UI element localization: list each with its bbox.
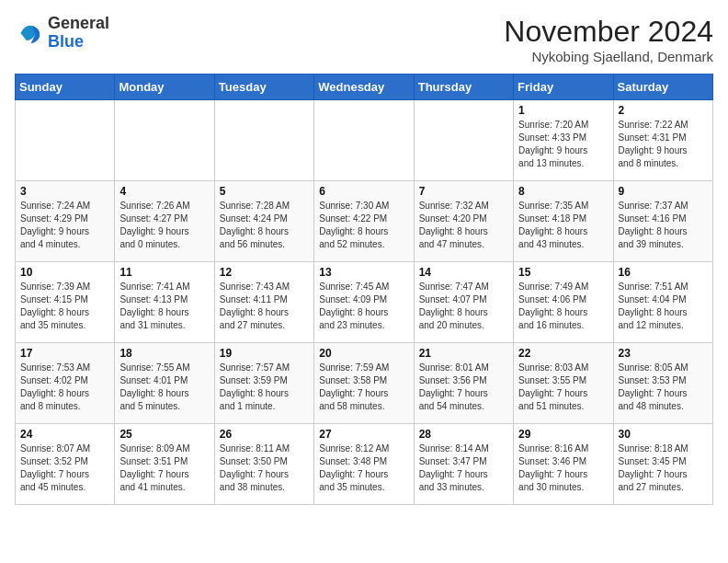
day-number: 26 xyxy=(220,428,309,441)
day-number: 21 xyxy=(419,347,508,360)
calendar-cell: 13Sunrise: 7:45 AM Sunset: 4:09 PM Dayli… xyxy=(314,262,414,343)
day-info: Sunrise: 7:24 AM Sunset: 4:29 PM Dayligh… xyxy=(20,200,109,251)
day-info: Sunrise: 8:18 AM Sunset: 3:45 PM Dayligh… xyxy=(619,442,708,494)
calendar-cell: 25Sunrise: 8:09 AM Sunset: 3:51 PM Dayli… xyxy=(115,424,214,505)
calendar-cell: 22Sunrise: 8:03 AM Sunset: 3:55 PM Dayli… xyxy=(514,343,613,424)
day-number: 23 xyxy=(619,347,708,360)
calendar-cell: 10Sunrise: 7:39 AM Sunset: 4:15 PM Dayli… xyxy=(16,262,115,343)
day-info: Sunrise: 8:16 AM Sunset: 3:46 PM Dayligh… xyxy=(518,442,608,494)
day-number: 17 xyxy=(20,347,109,360)
column-header-tuesday: Tuesday xyxy=(214,75,313,100)
day-info: Sunrise: 7:22 AM Sunset: 4:31 PM Dayligh… xyxy=(619,119,708,170)
day-number: 25 xyxy=(119,428,209,441)
calendar-cell: 14Sunrise: 7:47 AM Sunset: 4:07 PM Dayli… xyxy=(414,262,513,343)
calendar-cell: 20Sunrise: 7:59 AM Sunset: 3:58 PM Dayli… xyxy=(314,343,414,424)
day-number: 4 xyxy=(119,185,209,198)
day-info: Sunrise: 8:11 AM Sunset: 3:50 PM Dayligh… xyxy=(220,442,309,494)
calendar-cell: 6Sunrise: 7:30 AM Sunset: 4:22 PM Daylig… xyxy=(314,181,414,262)
calendar-cell: 30Sunrise: 8:18 AM Sunset: 3:45 PM Dayli… xyxy=(613,424,712,505)
day-number: 18 xyxy=(119,347,209,360)
day-number: 10 xyxy=(20,266,109,279)
column-header-monday: Monday xyxy=(115,75,214,100)
calendar-cell: 11Sunrise: 7:41 AM Sunset: 4:13 PM Dayli… xyxy=(115,262,214,343)
day-info: Sunrise: 7:55 AM Sunset: 4:01 PM Dayligh… xyxy=(119,362,209,413)
day-number: 12 xyxy=(220,266,309,279)
calendar-cell: 1Sunrise: 7:20 AM Sunset: 4:33 PM Daylig… xyxy=(514,100,613,181)
day-info: Sunrise: 7:49 AM Sunset: 4:06 PM Dayligh… xyxy=(518,281,608,332)
calendar-week-4: 17Sunrise: 7:53 AM Sunset: 4:02 PM Dayli… xyxy=(16,343,713,424)
day-number: 1 xyxy=(518,104,608,117)
day-number: 30 xyxy=(619,428,708,441)
calendar-cell xyxy=(115,100,214,181)
day-info: Sunrise: 7:51 AM Sunset: 4:04 PM Dayligh… xyxy=(619,281,708,332)
day-info: Sunrise: 7:26 AM Sunset: 4:27 PM Dayligh… xyxy=(119,200,209,251)
logo-icon xyxy=(15,18,44,48)
calendar-cell: 3Sunrise: 7:24 AM Sunset: 4:29 PM Daylig… xyxy=(16,181,115,262)
title-area: November 2024 Nykobing Sjaelland, Denmar… xyxy=(504,15,713,64)
day-number: 14 xyxy=(419,266,508,279)
day-info: Sunrise: 7:43 AM Sunset: 4:11 PM Dayligh… xyxy=(220,281,309,332)
day-number: 27 xyxy=(319,428,408,441)
day-number: 16 xyxy=(619,266,708,279)
column-header-friday: Friday xyxy=(514,75,613,100)
calendar-cell: 16Sunrise: 7:51 AM Sunset: 4:04 PM Dayli… xyxy=(613,262,712,343)
calendar-cell: 2Sunrise: 7:22 AM Sunset: 4:31 PM Daylig… xyxy=(613,100,712,181)
day-info: Sunrise: 7:45 AM Sunset: 4:09 PM Dayligh… xyxy=(319,281,408,332)
day-number: 20 xyxy=(319,347,408,360)
page-header: General Blue November 2024 Nykobing Sjae… xyxy=(15,15,713,64)
day-number: 2 xyxy=(619,104,708,117)
day-info: Sunrise: 7:53 AM Sunset: 4:02 PM Dayligh… xyxy=(20,362,109,413)
column-header-wednesday: Wednesday xyxy=(314,75,414,100)
day-number: 3 xyxy=(20,185,109,198)
calendar-cell: 8Sunrise: 7:35 AM Sunset: 4:18 PM Daylig… xyxy=(514,181,613,262)
calendar-week-2: 3Sunrise: 7:24 AM Sunset: 4:29 PM Daylig… xyxy=(16,181,713,262)
day-info: Sunrise: 7:32 AM Sunset: 4:20 PM Dayligh… xyxy=(419,200,508,251)
calendar-cell: 27Sunrise: 8:12 AM Sunset: 3:48 PM Dayli… xyxy=(314,424,414,505)
day-info: Sunrise: 7:28 AM Sunset: 4:24 PM Dayligh… xyxy=(220,200,309,251)
day-number: 5 xyxy=(220,185,309,198)
calendar-table: SundayMondayTuesdayWednesdayThursdayFrid… xyxy=(15,74,713,505)
calendar-cell: 4Sunrise: 7:26 AM Sunset: 4:27 PM Daylig… xyxy=(115,181,214,262)
day-number: 11 xyxy=(119,266,209,279)
day-info: Sunrise: 7:37 AM Sunset: 4:16 PM Dayligh… xyxy=(619,200,708,251)
day-number: 28 xyxy=(419,428,508,441)
day-info: Sunrise: 7:30 AM Sunset: 4:22 PM Dayligh… xyxy=(319,200,408,251)
location: Nykobing Sjaelland, Denmark xyxy=(504,49,713,64)
calendar-week-5: 24Sunrise: 8:07 AM Sunset: 3:52 PM Dayli… xyxy=(16,424,713,505)
calendar-cell: 9Sunrise: 7:37 AM Sunset: 4:16 PM Daylig… xyxy=(613,181,712,262)
day-number: 7 xyxy=(419,185,508,198)
logo-text: General Blue xyxy=(48,15,109,52)
day-info: Sunrise: 7:59 AM Sunset: 3:58 PM Dayligh… xyxy=(319,362,408,413)
day-info: Sunrise: 7:41 AM Sunset: 4:13 PM Dayligh… xyxy=(119,281,209,332)
day-info: Sunrise: 7:47 AM Sunset: 4:07 PM Dayligh… xyxy=(419,281,508,332)
calendar-cell: 18Sunrise: 7:55 AM Sunset: 4:01 PM Dayli… xyxy=(115,343,214,424)
day-info: Sunrise: 8:14 AM Sunset: 3:47 PM Dayligh… xyxy=(419,442,508,494)
day-number: 8 xyxy=(518,185,608,198)
calendar-cell: 15Sunrise: 7:49 AM Sunset: 4:06 PM Dayli… xyxy=(514,262,613,343)
calendar-cell: 21Sunrise: 8:01 AM Sunset: 3:56 PM Dayli… xyxy=(414,343,513,424)
calendar-cell: 12Sunrise: 7:43 AM Sunset: 4:11 PM Dayli… xyxy=(214,262,313,343)
calendar-cell xyxy=(414,100,513,181)
day-number: 9 xyxy=(619,185,708,198)
day-info: Sunrise: 8:09 AM Sunset: 3:51 PM Dayligh… xyxy=(119,442,209,494)
calendar-cell: 19Sunrise: 7:57 AM Sunset: 3:59 PM Dayli… xyxy=(214,343,313,424)
calendar-cell: 24Sunrise: 8:07 AM Sunset: 3:52 PM Dayli… xyxy=(16,424,115,505)
calendar-cell: 7Sunrise: 7:32 AM Sunset: 4:20 PM Daylig… xyxy=(414,181,513,262)
calendar-week-1: 1Sunrise: 7:20 AM Sunset: 4:33 PM Daylig… xyxy=(16,100,713,181)
day-number: 13 xyxy=(319,266,408,279)
calendar-header-row: SundayMondayTuesdayWednesdayThursdayFrid… xyxy=(16,75,713,100)
day-number: 22 xyxy=(518,347,608,360)
calendar-cell: 26Sunrise: 8:11 AM Sunset: 3:50 PM Dayli… xyxy=(214,424,313,505)
day-info: Sunrise: 7:20 AM Sunset: 4:33 PM Dayligh… xyxy=(518,119,608,170)
day-info: Sunrise: 8:03 AM Sunset: 3:55 PM Dayligh… xyxy=(518,362,608,413)
calendar-cell: 5Sunrise: 7:28 AM Sunset: 4:24 PM Daylig… xyxy=(214,181,313,262)
day-number: 19 xyxy=(220,347,309,360)
month-title: November 2024 xyxy=(504,15,713,49)
logo: General Blue xyxy=(15,15,109,52)
calendar-cell xyxy=(314,100,414,181)
day-info: Sunrise: 8:01 AM Sunset: 3:56 PM Dayligh… xyxy=(419,362,508,413)
day-info: Sunrise: 7:57 AM Sunset: 3:59 PM Dayligh… xyxy=(220,362,309,413)
day-info: Sunrise: 8:05 AM Sunset: 3:53 PM Dayligh… xyxy=(619,362,708,413)
column-header-saturday: Saturday xyxy=(613,75,712,100)
day-info: Sunrise: 8:07 AM Sunset: 3:52 PM Dayligh… xyxy=(20,442,109,494)
